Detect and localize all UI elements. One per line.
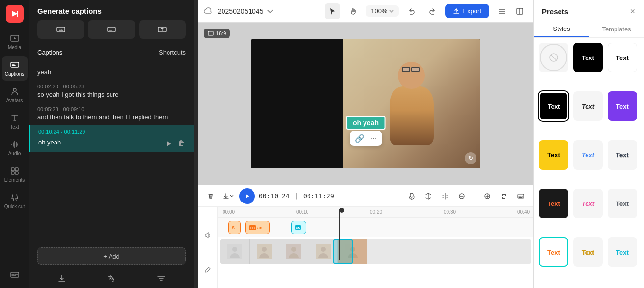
sidebar-item-elements[interactable]: Elements: [2, 162, 28, 187]
timeline-play-btn[interactable]: [239, 188, 255, 204]
minus-btn[interactable]: [455, 189, 469, 203]
presets-title: Presets: [542, 7, 568, 16]
caption-delete-btn[interactable]: 🗑: [177, 138, 186, 148]
timeline-delete-btn[interactable]: [204, 189, 218, 203]
caption-item-yeah[interactable]: yeah: [29, 64, 194, 80]
presets-tab-styles[interactable]: Styles: [534, 21, 589, 37]
volume-icon: [204, 232, 211, 239]
zoom-control[interactable]: 100%: [366, 5, 399, 17]
sidebar-item-captions-label: Captions: [5, 71, 24, 77]
app-logo: [6, 5, 24, 23]
aspect-ratio-badge: 16:9: [204, 29, 230, 38]
presets-grid: Text Text Text Text Text Text Text Text …: [534, 38, 644, 288]
caption-type-auto[interactable]: CC: [37, 20, 84, 39]
sidebar-item-quickcut[interactable]: Quick cut: [2, 189, 28, 213]
plus-icon: [484, 193, 491, 200]
svg-rect-4: [15, 168, 18, 171]
download-button[interactable]: [57, 274, 66, 283]
translate-button[interactable]: [107, 274, 116, 283]
caption-item-active[interactable]: 00:10:24 - 00:11:29 oh yeah ▶ 🗑: [29, 125, 194, 152]
presets-tab-templates[interactable]: Templates: [589, 21, 644, 37]
split-btn[interactable]: [421, 189, 435, 203]
layout-split-button[interactable]: [512, 3, 528, 19]
panel-resize-handle[interactable]: ⋮: [194, 0, 198, 288]
timeline-download-btn[interactable]: [222, 189, 235, 203]
preset-12[interactable]: Text: [539, 237, 568, 267]
sidebar-item-subtitles[interactable]: [2, 265, 28, 283]
caption-chip-2[interactable]: cc an: [245, 221, 270, 234]
redo-button[interactable]: [424, 3, 440, 19]
caption-settings-button[interactable]: [157, 274, 166, 283]
caption-chip-3[interactable]: cc: [291, 221, 306, 234]
panel-title: Generate captions: [29, 0, 194, 20]
preset-4[interactable]: Text: [573, 91, 603, 121]
thumbnail-icon-4: [316, 244, 331, 259]
fit-btn[interactable]: [497, 189, 511, 203]
rotate-badge: ↻: [465, 152, 476, 164]
edit-icon: [204, 267, 211, 274]
chevron-timeline-icon: [229, 194, 234, 199]
mic-btn[interactable]: [405, 189, 419, 203]
preset-6[interactable]: Text: [539, 140, 568, 170]
layout-list-button[interactable]: [494, 3, 510, 19]
preset-9[interactable]: Text: [539, 189, 568, 218]
preset-10[interactable]: Text: [573, 189, 603, 218]
svg-point-21: [262, 247, 267, 252]
main-area: 202502051045 100% Export: [198, 0, 533, 288]
caption-text: yeah: [37, 68, 186, 76]
sidebar-item-audio[interactable]: Audio: [2, 136, 28, 160]
sidebar-item-media[interactable]: Media: [2, 29, 28, 54]
sidebar-item-avatars[interactable]: Avatars: [2, 83, 28, 107]
caption-more-btn[interactable]: ···: [369, 133, 378, 144]
layout-split-icon: [516, 7, 524, 15]
preset-13[interactable]: Text: [573, 237, 603, 267]
timeline-scrollable[interactable]: 00:00 00:10 00:20 00:30 00:40 S c: [218, 207, 533, 288]
preset-7[interactable]: Text: [573, 140, 603, 170]
tab-captions[interactable]: Captions: [37, 49, 62, 56]
preset-5[interactable]: Text: [608, 91, 637, 121]
add-caption-button[interactable]: + Add: [37, 247, 186, 265]
svg-rect-14: [410, 193, 413, 197]
download-timeline-icon: [223, 193, 229, 200]
select-tool-button[interactable]: [325, 3, 340, 19]
preset-1[interactable]: Text: [573, 43, 603, 72]
timeline-right-controls: —: [405, 189, 528, 203]
preset-8[interactable]: Text: [608, 140, 637, 170]
preset-3[interactable]: Text: [539, 91, 568, 121]
presets-close-button[interactable]: ×: [629, 6, 636, 17]
caption-type-buttons: CC: [29, 20, 194, 45]
volume-btn[interactable]: [202, 230, 214, 241]
preset-14[interactable]: Text: [608, 237, 637, 267]
caption-text: and then talk to them and then I I repli…: [37, 114, 186, 121]
sidebar-item-avatars-label: Avatars: [6, 98, 23, 103]
svg-rect-5: [11, 172, 14, 174]
sidebar-nav: Media Captions Avatars Text Audio Elemen…: [0, 0, 29, 288]
tab-shortcuts[interactable]: Shortcuts: [159, 49, 186, 56]
thumb-1: [220, 239, 250, 264]
caption-item-3[interactable]: 00:05:23 - 00:09:10 and then talk to the…: [29, 102, 194, 125]
caption-link-btn[interactable]: 🔗: [354, 133, 365, 144]
align-btn[interactable]: [438, 189, 452, 203]
undo-button[interactable]: [404, 3, 420, 19]
caption-item-2[interactable]: 00:02:20 - 00:05:23 so yeah I got this t…: [29, 80, 194, 102]
export-icon: [453, 8, 460, 15]
sidebar-item-captions[interactable]: Captions: [2, 56, 28, 81]
plus-btn[interactable]: [480, 189, 494, 203]
delete-icon: [207, 193, 214, 200]
caption-play-btn[interactable]: ▶: [166, 138, 173, 148]
hand-tool-button[interactable]: [345, 3, 361, 19]
edit-btn[interactable]: [202, 264, 214, 276]
caption-chip-1[interactable]: S: [228, 221, 241, 234]
preset-none[interactable]: [539, 43, 568, 72]
preset-11[interactable]: Text: [608, 189, 637, 218]
preset-2[interactable]: Text: [608, 43, 637, 72]
caption-type-manual[interactable]: [88, 20, 135, 39]
svg-rect-3: [11, 168, 14, 171]
sidebar-item-text[interactable]: Text: [2, 109, 28, 134]
subtitle-btn[interactable]: [514, 189, 528, 203]
caption-type-upload[interactable]: [139, 20, 186, 39]
video-bg: [343, 39, 480, 168]
sidebar-item-text-label: Text: [10, 124, 19, 130]
file-name[interactable]: 202502051045: [218, 7, 274, 15]
export-button[interactable]: Export: [445, 4, 489, 18]
